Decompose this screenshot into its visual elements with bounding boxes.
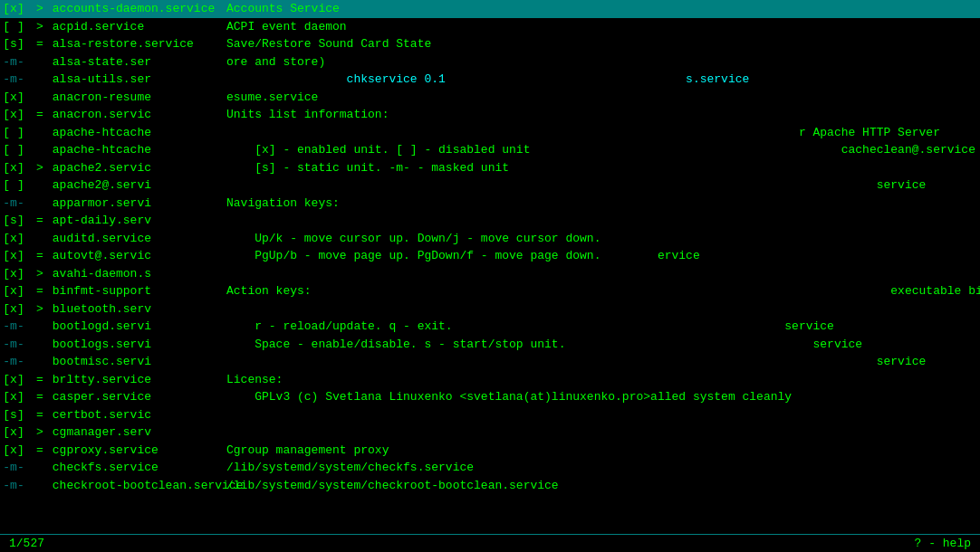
- table-row[interactable]: -m- alsa-utils.ser chkservice 0.1 s.serv…: [0, 71, 980, 89]
- table-row[interactable]: [ ] apache-htcache r Apache HTTP Server: [0, 124, 980, 142]
- table-row[interactable]: -m- checkfs.service /lib/systemd/system/…: [0, 459, 980, 477]
- row-name: accounts-daemon.service: [45, 2, 226, 15]
- table-row[interactable]: [x] = brltty.service License:: [0, 371, 980, 389]
- row-desc: service: [226, 178, 980, 192]
- row-arrow: >: [27, 302, 45, 316]
- row-desc: r - reload/update. q - exit. service: [226, 319, 980, 333]
- row-arrow: >: [27, 425, 45, 439]
- table-row[interactable]: [x] auditd.service Up/k - move cursor up…: [0, 230, 980, 248]
- row-bracket: [x]: [0, 425, 27, 439]
- row-name: bootlogd.servi: [45, 319, 226, 333]
- row-desc: /lib/systemd/system/checkfs.service: [226, 461, 980, 474]
- row-bracket: [x]: [0, 284, 27, 298]
- row-arrow: >: [27, 2, 45, 15]
- row-bracket: [ ]: [0, 20, 27, 33]
- row-name: acpid.service: [45, 20, 226, 33]
- row-name: checkfs.service: [45, 461, 226, 474]
- page-info: 1/527: [9, 537, 44, 550]
- row-bracket: -m-: [0, 461, 27, 474]
- table-row[interactable]: [x] > avahi-daemon.s: [0, 265, 980, 283]
- row-arrow: [27, 319, 45, 333]
- row-name: apache-htcache: [45, 126, 226, 139]
- table-row[interactable]: [s] = apt-daily.serv: [0, 212, 980, 230]
- row-desc: ore and store): [226, 55, 980, 69]
- row-arrow: [27, 232, 45, 245]
- row-name: cgmanager.serv: [45, 425, 226, 439]
- row-arrow: =: [27, 37, 45, 51]
- table-row[interactable]: [x] = binfmt-support Action keys: execut…: [0, 282, 980, 300]
- row-arrow: [27, 338, 45, 351]
- row-desc: Action keys: executable binary for: [226, 284, 980, 298]
- row-desc: Accounts Service: [226, 2, 980, 15]
- table-row[interactable]: -m- checkroot-bootclean.service /lib/sys…: [0, 477, 980, 495]
- row-bracket: [s]: [0, 37, 27, 51]
- row-bracket: -m-: [0, 72, 27, 86]
- row-bracket: [x]: [0, 232, 27, 245]
- row-arrow: [27, 479, 45, 492]
- row-desc: r Apache HTTP Server: [226, 126, 980, 139]
- row-name: bootlogs.servi: [45, 338, 226, 351]
- row-bracket: [x]: [0, 302, 27, 316]
- row-name: apache2.servic: [45, 161, 226, 175]
- row-arrow: >: [27, 161, 45, 175]
- table-row[interactable]: [x] > apache2.servic [s] - static unit. …: [0, 159, 980, 177]
- row-arrow: >: [27, 267, 45, 281]
- table-row[interactable]: [x] = casper.service GPLv3 (c) Svetlana …: [0, 388, 980, 406]
- table-row[interactable]: -m- bootlogs.servi Space - enable/disabl…: [0, 336, 980, 354]
- row-bracket: -m-: [0, 338, 27, 351]
- row-bracket: [x]: [0, 2, 27, 15]
- row-arrow: [27, 72, 45, 86]
- help-text: ? - help: [915, 537, 971, 550]
- row-bracket: -m-: [0, 196, 27, 210]
- row-desc: esume.service: [226, 90, 980, 104]
- row-arrow: [27, 143, 45, 157]
- row-arrow: [27, 196, 45, 210]
- row-name: certbot.servic: [45, 408, 226, 422]
- row-arrow: [27, 461, 45, 474]
- row-arrow: =: [27, 249, 45, 262]
- table-row[interactable]: [x] > cgmanager.serv: [0, 424, 980, 442]
- row-name: alsa-restore.service: [45, 37, 226, 51]
- row-name: avahi-daemon.s: [45, 267, 226, 281]
- row-arrow: =: [27, 284, 45, 298]
- row-arrow: =: [27, 408, 45, 422]
- row-arrow: [27, 126, 45, 139]
- row-arrow: =: [27, 373, 45, 386]
- status-bar: 1/527 ? - help: [0, 534, 980, 552]
- row-desc: /lib/systemd/system/checkroot-bootclean.…: [226, 479, 980, 492]
- row-bracket: [ ]: [0, 126, 27, 139]
- row-name: apt-daily.serv: [45, 214, 226, 227]
- table-row[interactable]: [x] = anacron.servic Units list informat…: [0, 106, 980, 124]
- row-bracket: [x]: [0, 249, 27, 262]
- table-row[interactable]: [ ] apache2@.servi service: [0, 176, 980, 195]
- row-name: cgproxy.service: [45, 443, 226, 457]
- table-row[interactable]: -m- bootlogd.servi r - reload/update. q …: [0, 318, 980, 336]
- table-row[interactable]: [s] = alsa-restore.service Save/Restore …: [0, 35, 980, 53]
- row-name: apparmor.servi: [45, 196, 226, 210]
- table-row[interactable]: [ ] > acpid.service ACPI event daemon: [0, 18, 980, 36]
- row-arrow: =: [27, 108, 45, 121]
- table-row[interactable]: -m- apparmor.servi Navigation keys:: [0, 195, 980, 213]
- table-row[interactable]: -m- bootmisc.servi service: [0, 353, 980, 371]
- row-desc: Up/k - move cursor up. Down/j - move cur…: [226, 232, 980, 245]
- table-row[interactable]: [x] = autovt@.servic PgUp/b - move page …: [0, 247, 980, 265]
- row-name: apache2@.servi: [45, 178, 226, 192]
- row-bracket: [x]: [0, 90, 27, 104]
- row-arrow: >: [27, 20, 45, 33]
- row-desc: Save/Restore Sound Card State: [226, 37, 980, 51]
- table-row[interactable]: [x] > bluetooth.serv: [0, 300, 980, 319]
- row-name: anacron.servic: [45, 108, 226, 121]
- row-desc: service: [226, 355, 980, 368]
- row-name: bootmisc.servi: [45, 355, 226, 368]
- table-row[interactable]: [x] anacron-resume esume.service: [0, 89, 980, 107]
- terminal: [x] > accounts-daemon.service Accounts S…: [0, 0, 980, 552]
- table-row[interactable]: [ ] apache-htcache [x] - enabled unit. […: [0, 141, 980, 159]
- row-bracket: [ ]: [0, 143, 27, 157]
- table-row[interactable]: [x] = cgproxy.service Cgroup management …: [0, 442, 980, 460]
- row-name: casper.service: [45, 390, 226, 404]
- row-arrow: [27, 178, 45, 192]
- table-row[interactable]: -m- alsa-state.ser ore and store): [0, 53, 980, 71]
- table-row[interactable]: [x] > accounts-daemon.service Accounts S…: [0, 0, 980, 18]
- table-row[interactable]: [s] = certbot.servic: [0, 406, 980, 424]
- row-desc: [x] - enabled unit. [ ] - disabled unit …: [226, 143, 980, 157]
